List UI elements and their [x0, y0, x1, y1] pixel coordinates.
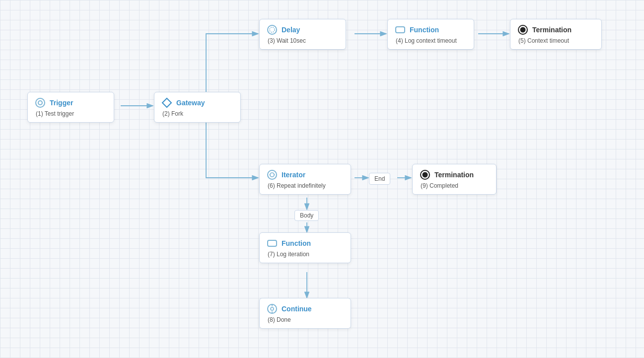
- delay-icon: [267, 24, 278, 35]
- function-log-iteration-icon: [267, 238, 278, 249]
- termination-context-subtitle: (5) Context timeout: [517, 37, 594, 44]
- gateway-header: Gateway: [161, 97, 233, 108]
- continue-icon: [267, 303, 278, 314]
- body-label: Body: [294, 210, 319, 221]
- end-label-text: End: [374, 175, 385, 182]
- svg-marker-19: [274, 174, 275, 176]
- iterator-subtitle: (6) Repeat indefinitely: [267, 182, 344, 189]
- svg-rect-14: [396, 27, 405, 33]
- svg-point-24: [271, 307, 274, 310]
- iterator-node[interactable]: Iterator (6) Repeat indefinitely: [259, 164, 351, 195]
- delay-header: Delay: [267, 24, 339, 35]
- delay-title: Delay: [282, 26, 300, 34]
- end-label: End: [369, 173, 390, 185]
- function-log-context-icon: [395, 24, 406, 35]
- gateway-icon: [161, 97, 172, 108]
- svg-point-10: [38, 101, 42, 105]
- gateway-node[interactable]: Gateway (2) Fork: [154, 92, 241, 123]
- function-log-iteration-node[interactable]: Function (7) Log iteration: [259, 232, 351, 263]
- termination-context-node[interactable]: Termination (5) Context timeout: [510, 19, 602, 50]
- trigger-title: Trigger: [50, 99, 73, 107]
- function-log-context-header: Function: [395, 24, 467, 35]
- termination-completed-subtitle: (9) Completed: [420, 182, 489, 189]
- trigger-subtitle: (1) Test trigger: [35, 110, 107, 117]
- termination-completed-icon: [420, 169, 430, 180]
- function-log-iteration-title: Function: [282, 239, 311, 247]
- iterator-icon: [267, 169, 278, 180]
- svg-marker-11: [162, 98, 171, 107]
- svg-point-13: [270, 27, 275, 32]
- trigger-icon: [35, 97, 46, 108]
- svg-rect-22: [268, 240, 277, 246]
- function-log-context-title: Function: [410, 26, 439, 34]
- continue-header: Continue: [267, 303, 344, 314]
- termination-context-title: Termination: [532, 26, 572, 34]
- svg-marker-18: [269, 174, 270, 176]
- workflow-canvas: Trigger (1) Test trigger Gateway (2) For…: [0, 0, 644, 358]
- svg-point-12: [268, 25, 277, 34]
- continue-title: Continue: [282, 305, 312, 313]
- function-log-context-subtitle: (4) Log context timeout: [395, 37, 467, 44]
- svg-point-17: [268, 170, 277, 179]
- svg-point-16: [520, 27, 526, 33]
- function-log-context-node[interactable]: Function (4) Log context timeout: [387, 19, 474, 50]
- termination-context-header: Termination: [517, 24, 594, 35]
- function-log-iteration-subtitle: (7) Log iteration: [267, 251, 344, 258]
- gateway-subtitle: (2) Fork: [161, 110, 233, 117]
- trigger-header: Trigger: [35, 97, 107, 108]
- termination-completed-title: Termination: [434, 171, 474, 179]
- iterator-title: Iterator: [282, 171, 305, 179]
- continue-subtitle: (8) Done: [267, 316, 344, 323]
- svg-point-21: [423, 172, 428, 178]
- termination-completed-node[interactable]: Termination (9) Completed: [412, 164, 497, 195]
- iterator-header: Iterator: [267, 169, 344, 180]
- trigger-node[interactable]: Trigger (1) Test trigger: [27, 92, 114, 123]
- termination-completed-header: Termination: [420, 169, 489, 180]
- svg-point-9: [36, 98, 45, 107]
- function-log-iteration-header: Function: [267, 238, 344, 249]
- termination-context-icon: [517, 24, 528, 35]
- delay-subtitle: (3) Wait 10sec: [267, 37, 339, 44]
- body-label-text: Body: [300, 212, 313, 219]
- gateway-title: Gateway: [176, 99, 205, 107]
- delay-node[interactable]: Delay (3) Wait 10sec: [259, 19, 346, 50]
- continue-node[interactable]: Continue (8) Done: [259, 298, 351, 329]
